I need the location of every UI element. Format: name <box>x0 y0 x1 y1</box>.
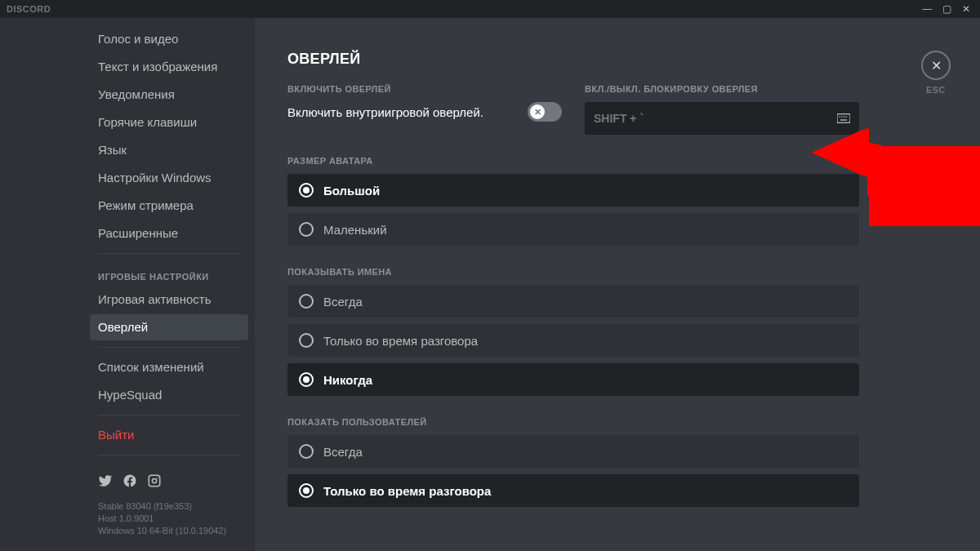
sidebar-item-game-activity[interactable]: Игровая активность <box>90 287 248 313</box>
toggle-knob: ✕ <box>530 104 545 119</box>
page-title: ОВЕРЛЕЙ <box>287 51 859 68</box>
radio-icon <box>299 444 314 459</box>
radio-label: Всегда <box>323 295 363 309</box>
radio-users-talking[interactable]: Только во время разговора <box>287 474 859 507</box>
radio-names-always[interactable]: Всегда <box>287 285 859 318</box>
svg-rect-3 <box>844 116 844 117</box>
lock-overlay-label: ВКЛ./ВЫКЛ. БЛОКИРОВКУ ОВЕРЛЕЯ <box>585 84 859 94</box>
radio-icon <box>299 294 314 309</box>
settings-sidebar: Голос и видео Текст и изображения Уведом… <box>0 18 255 551</box>
radio-avatar-small[interactable]: Маленький <box>287 213 859 246</box>
sidebar-item-text[interactable]: Текст и изображения <box>90 54 248 80</box>
settings-content: ОВЕРЛЕЙ ВКЛЮЧИТЬ ОВЕРЛЕЙ Включить внутри… <box>255 18 980 551</box>
maximize-button[interactable]: ▢ <box>942 3 952 15</box>
sidebar-item-changelog[interactable]: Список изменений <box>90 354 248 380</box>
app-name: DISCORD <box>7 4 51 14</box>
sidebar-item-voice[interactable]: Голос и видео <box>90 26 248 52</box>
close-window-button[interactable]: ✕ <box>962 3 971 15</box>
sidebar-item-hotkeys[interactable]: Горячие клавиши <box>90 109 248 136</box>
minimize-button[interactable]: — <box>923 3 933 15</box>
svg-rect-1 <box>840 116 840 117</box>
svg-rect-2 <box>841 116 842 117</box>
radio-label: Только во время разговора <box>323 484 491 498</box>
radio-label: Большой <box>323 184 380 198</box>
titlebar: DISCORD — ▢ ✕ <box>0 0 980 18</box>
radio-icon <box>299 483 314 498</box>
radio-label: Никогда <box>323 373 372 387</box>
sidebar-separator <box>98 455 240 455</box>
radio-icon <box>299 333 314 348</box>
radio-icon <box>299 183 314 198</box>
instagram-icon[interactable] <box>147 473 162 491</box>
radio-names-never[interactable]: Никогда <box>287 363 859 396</box>
radio-label: Всегда <box>323 445 363 459</box>
lock-overlay-keybind[interactable]: SHIFT + ` <box>585 102 859 135</box>
enable-overlay-text: Включить внутриигровой оверлей. <box>287 105 483 119</box>
social-icons <box>90 462 248 497</box>
sidebar-separator <box>98 415 240 415</box>
window-controls: — ▢ ✕ <box>923 3 971 15</box>
radio-icon <box>299 372 314 387</box>
radio-icon <box>299 222 314 237</box>
sidebar-item-windows[interactable]: Настройки Windows <box>90 165 248 191</box>
avatar-size-label: РАЗМЕР АВАТАРА <box>287 156 859 166</box>
close-label: ESC <box>926 85 946 95</box>
keybind-value: SHIFT + ` <box>594 112 644 125</box>
svg-rect-5 <box>840 119 847 120</box>
show-users-label: ПОКАЗАТЬ ПОЛЬЗОВАТЕЛЕЙ <box>287 417 859 427</box>
close-settings: ✕ ESC <box>921 51 951 95</box>
svg-rect-4 <box>846 116 847 117</box>
facebook-icon[interactable] <box>122 473 137 491</box>
sidebar-item-overlay[interactable]: Оверлей <box>90 314 248 340</box>
sidebar-separator <box>98 253 240 254</box>
close-settings-button[interactable]: ✕ <box>921 51 951 80</box>
version-info: Stable 83040 (f19e353) Host 1.0.9001 Win… <box>90 497 248 540</box>
sidebar-item-advanced[interactable]: Расширенные <box>90 220 248 247</box>
radio-label: Маленький <box>323 223 387 237</box>
enable-overlay-toggle[interactable]: ✕ <box>528 102 562 122</box>
sidebar-item-streamer[interactable]: Режим стримера <box>90 193 248 219</box>
x-icon: ✕ <box>534 107 541 118</box>
svg-rect-0 <box>837 114 850 123</box>
show-names-label: ПОКАЗЫВАТЬ ИМЕНА <box>287 267 859 277</box>
keyboard-icon <box>837 113 850 123</box>
sidebar-item-logout[interactable]: Выйти <box>90 422 248 448</box>
sidebar-item-hypesquad[interactable]: HypeSquad <box>90 382 248 408</box>
enable-overlay-label: ВКЛЮЧИТЬ ОВЕРЛЕЙ <box>287 84 562 94</box>
twitter-icon[interactable] <box>98 473 113 491</box>
sidebar-header-game: ИГРОВЫЕ НАСТРОЙКИ <box>90 260 248 287</box>
sidebar-separator <box>98 347 240 348</box>
sidebar-item-notifications[interactable]: Уведомления <box>90 82 248 108</box>
radio-label: Только во время разговора <box>323 334 478 348</box>
sidebar-item-language[interactable]: Язык <box>90 137 248 163</box>
radio-names-talking[interactable]: Только во время разговора <box>287 324 859 357</box>
radio-users-always[interactable]: Всегда <box>287 435 859 468</box>
close-icon: ✕ <box>931 58 942 73</box>
radio-avatar-large[interactable]: Большой <box>287 174 859 207</box>
